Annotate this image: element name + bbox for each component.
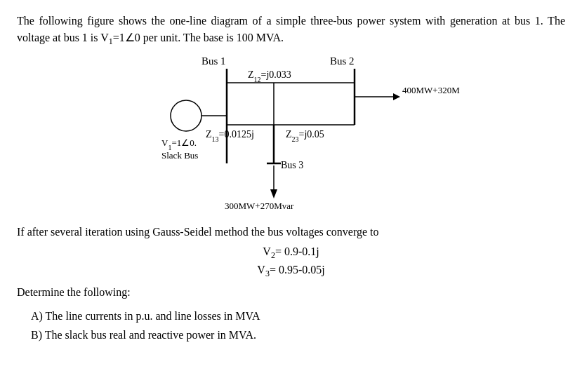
iteration-text: If after several iteration using Gauss-S… bbox=[17, 223, 565, 241]
part-a: A) The line currents in p.u. and line lo… bbox=[31, 307, 565, 325]
v1-label: V1=1∠0. bbox=[161, 137, 197, 151]
v3-equation: V3= 0.95-0.05j bbox=[17, 264, 565, 279]
paragraph1: The following figure shows the one-line … bbox=[17, 13, 565, 48]
circuit-diagram: Bus 1 Bus 2 Bus 3 Z12=j0.033 bbox=[123, 55, 460, 216]
z13-label: Z13=0.0125j bbox=[206, 129, 254, 143]
slack-bus-label: Slack Bus bbox=[161, 150, 198, 161]
v2-equation: V2= 0.9-0.1j bbox=[17, 245, 565, 261]
z23-label: Z23=j0.05 bbox=[286, 129, 324, 143]
v3-sub: 3 bbox=[265, 269, 270, 278]
parts-list: A) The line currents in p.u. and line lo… bbox=[17, 307, 565, 344]
z12-label: Z12=j0.033 bbox=[248, 69, 291, 83]
v1-subscript: 1 bbox=[109, 36, 113, 46]
bus1-label: Bus 1 bbox=[201, 55, 226, 67]
bus2-label: Bus 2 bbox=[330, 55, 355, 67]
bus3-load-arrow bbox=[270, 189, 277, 198]
circuit-svg: Bus 1 Bus 2 Bus 3 Z12=j0.033 bbox=[123, 55, 460, 216]
bus3-label: Bus 3 bbox=[281, 160, 303, 170]
determine-label: Determine the following: bbox=[17, 283, 565, 302]
v2-sub: 2 bbox=[271, 250, 275, 260]
generator-symbol bbox=[171, 100, 201, 131]
diagram-area: Bus 1 Bus 2 Bus 3 Z12=j0.033 bbox=[17, 55, 565, 216]
bus2-load-label: 400MW+320Mvar bbox=[402, 85, 460, 95]
bus2-load-arrow bbox=[393, 93, 400, 100]
bus3-load-label: 300MW+270Mvar bbox=[225, 201, 294, 211]
part-b: B) The slack bus real and reactive power… bbox=[31, 326, 565, 344]
